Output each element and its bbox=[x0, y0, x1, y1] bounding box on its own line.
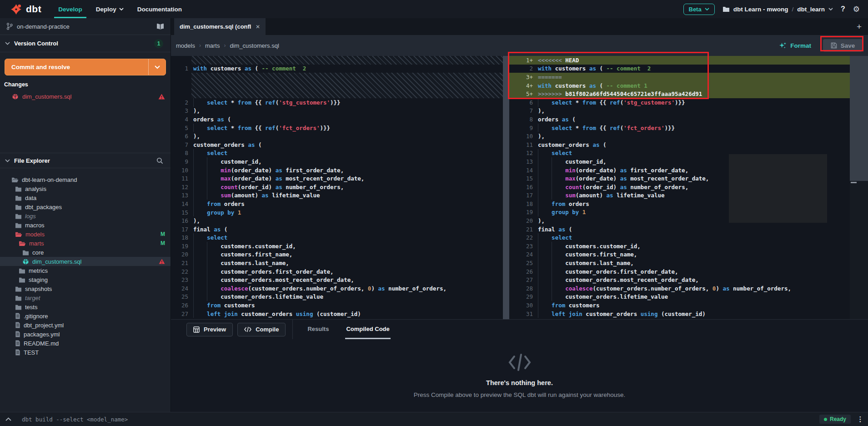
tree-item-data[interactable]: data bbox=[0, 193, 171, 202]
tree-item-core[interactable]: core bbox=[0, 248, 171, 257]
tree-item-label: tests bbox=[25, 304, 37, 311]
model-cube-icon bbox=[12, 93, 19, 100]
branch-selector[interactable]: on-demand-practice bbox=[0, 18, 171, 35]
nav-item-documentation[interactable]: Documentation bbox=[130, 0, 189, 18]
tree-item-models[interactable]: modelsM bbox=[0, 230, 171, 239]
tree-item-macros[interactable]: macros bbox=[0, 221, 171, 230]
line-number: 25 bbox=[171, 293, 188, 300]
indent-guide bbox=[552, 284, 552, 293]
line-number: 1 bbox=[171, 65, 188, 72]
nav-item-deploy[interactable]: Deploy bbox=[89, 0, 130, 18]
tree-item-label: staging bbox=[29, 276, 48, 283]
tree-item-logs[interactable]: logs bbox=[0, 211, 171, 221]
tab-dim-customers[interactable]: dim_customers.sql (confli... ✕ bbox=[174, 18, 266, 35]
new-tab-plus-icon[interactable]: + bbox=[857, 18, 862, 35]
line-number: 2 bbox=[509, 65, 533, 72]
dbt-logo[interactable]: dbt bbox=[0, 0, 41, 18]
tree-item-label: TEST bbox=[24, 349, 39, 356]
right-editor-scrollbar[interactable] bbox=[850, 56, 868, 319]
modified-badge: M bbox=[161, 231, 165, 237]
tree-item-metrics[interactable]: metrics bbox=[0, 266, 171, 275]
indent-guide bbox=[538, 284, 538, 293]
commit-dropdown-toggle[interactable] bbox=[148, 59, 166, 75]
tree-item-snapshots[interactable]: snapshots bbox=[0, 284, 171, 293]
code-line: 16), bbox=[171, 216, 503, 225]
search-icon[interactable] bbox=[156, 157, 163, 164]
indent-guide bbox=[193, 251, 194, 259]
code-line: 25 customers.last_name, bbox=[509, 259, 850, 267]
compile-button[interactable]: Compile bbox=[237, 323, 286, 336]
beta-dropdown[interactable]: Beta bbox=[683, 4, 715, 15]
tab-compiled-code[interactable]: Compiled Code bbox=[345, 320, 390, 339]
code-line: 17final as ( bbox=[171, 225, 503, 234]
tree-item-marts[interactable]: martsM bbox=[0, 239, 171, 248]
indent-guide bbox=[552, 157, 552, 166]
gear-icon[interactable]: ⚙ bbox=[853, 5, 860, 14]
code-line: 22 customer_orders.first_order_date, bbox=[171, 267, 503, 276]
indent-guide bbox=[207, 259, 207, 267]
indent-guide bbox=[538, 310, 538, 318]
code-line: 13 sum(amount) as lifetime_value bbox=[171, 191, 503, 200]
tree-item-readme-md[interactable]: README.md bbox=[0, 339, 171, 348]
tree-item-dbt-packages[interactable]: dbt_packages bbox=[0, 202, 171, 211]
code-line: 28 coalesce(customer_orders.number_of_or… bbox=[509, 284, 850, 293]
indent-guide bbox=[193, 259, 194, 267]
folder-icon bbox=[15, 213, 22, 219]
ready-label: Ready bbox=[830, 416, 846, 422]
folder-icon bbox=[15, 186, 22, 192]
help-icon[interactable]: ? bbox=[841, 5, 845, 13]
code-line: 27 customer_orders.most_recent_order_dat… bbox=[509, 276, 850, 284]
results-controls-row: Preview Compile ResultsCompiled Code bbox=[171, 320, 868, 339]
close-icon[interactable]: ✕ bbox=[256, 24, 260, 30]
line-number: 5+ bbox=[509, 90, 533, 97]
docs-book-icon[interactable] bbox=[156, 23, 164, 30]
indent-guide bbox=[207, 191, 207, 200]
tree-item-dbt-project-yml[interactable]: dbt_project.yml bbox=[0, 321, 171, 330]
breadcrumb-item[interactable]: models bbox=[176, 42, 195, 49]
changed-file-item[interactable]: dim_customers.sql bbox=[0, 92, 171, 101]
command-input[interactable]: dbt build --select <model_name> bbox=[22, 416, 128, 423]
folder-icon bbox=[15, 204, 22, 210]
left-editor-scrollbar[interactable] bbox=[503, 56, 509, 319]
nav-item-develop[interactable]: Develop bbox=[51, 0, 89, 18]
tree-item--gitignore[interactable]: .gitignore bbox=[0, 311, 171, 321]
save-button[interactable]: Save bbox=[823, 39, 863, 52]
tree-item-staging[interactable]: staging bbox=[0, 275, 171, 284]
scrollbar-thumb[interactable] bbox=[850, 56, 868, 181]
sidebar: on-demand-practice Version Control 1 Com… bbox=[0, 18, 171, 412]
line-number: 20 bbox=[171, 251, 188, 258]
editor-pane-left[interactable]: 1with customers as ( -- comment 22 selec… bbox=[171, 56, 503, 319]
tree-item-dbt-learn-on-demand[interactable]: dbt-learn-on-demand bbox=[0, 175, 171, 184]
indent-guide bbox=[538, 242, 538, 251]
preview-grid-icon bbox=[193, 326, 200, 333]
tree-item-tests[interactable]: tests bbox=[0, 302, 171, 311]
commit-and-resolve-button[interactable]: Commit and resolve bbox=[5, 59, 166, 75]
breadcrumb-item[interactable]: dim_customers.sql bbox=[230, 42, 279, 49]
indent-guide bbox=[193, 174, 194, 183]
breadcrumb-item[interactable]: marts bbox=[205, 42, 220, 49]
file-explorer-header[interactable]: File Explorer bbox=[0, 153, 171, 168]
line-number: 4 bbox=[171, 116, 188, 123]
kebab-menu-icon[interactable]: ⋮ bbox=[855, 415, 865, 423]
indent-guide bbox=[193, 149, 194, 158]
tree-item-target[interactable]: target bbox=[0, 293, 171, 302]
indent-guide bbox=[193, 124, 194, 132]
tree-item-packages-yml[interactable]: packages.yml bbox=[0, 330, 171, 339]
tab-results[interactable]: Results bbox=[306, 320, 330, 339]
indent-guide bbox=[193, 208, 194, 217]
tree-item-analysis[interactable]: analysis bbox=[0, 184, 171, 193]
file-icon bbox=[15, 313, 20, 319]
chevron-up-icon[interactable] bbox=[0, 417, 16, 421]
tree-item-test[interactable]: TEST bbox=[0, 348, 171, 357]
preview-button[interactable]: Preview bbox=[186, 323, 233, 336]
code-line: 6 select * from {{ ref('stg_customers')}… bbox=[509, 98, 850, 107]
indent-guide bbox=[193, 242, 194, 251]
tree-item-dim-customers-sql[interactable]: dim_customers.sql bbox=[0, 257, 171, 266]
code-line: 31 left join customer_orders using (cust… bbox=[509, 310, 850, 318]
version-control-header[interactable]: Version Control 1 bbox=[0, 35, 171, 52]
folder-icon bbox=[15, 295, 22, 301]
project-selector[interactable]: dbt Learn - mwong / dbt_learn bbox=[722, 6, 833, 13]
format-button[interactable]: Format bbox=[779, 42, 811, 50]
code-line: 7), bbox=[509, 107, 850, 115]
results-panel: Preview Compile ResultsCompiled Code bbox=[171, 319, 868, 412]
